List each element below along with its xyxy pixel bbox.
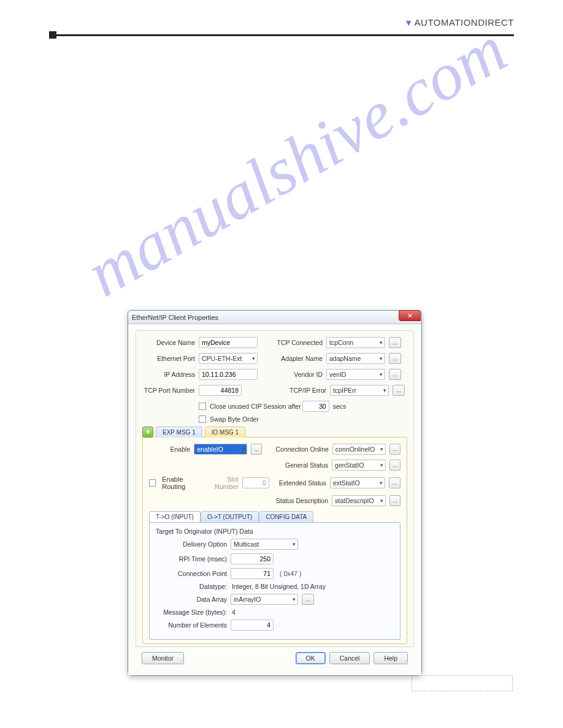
conn-online-combo[interactable]: connOnlineIO xyxy=(332,444,386,455)
close-session-label: Close unused CIP Session after xyxy=(210,403,301,410)
subtab-t-to-o-input[interactable]: T->O (INPUT) xyxy=(149,511,201,522)
adapter-name-label: Adapter Name xyxy=(272,355,323,362)
cancel-button[interactable]: Cancel xyxy=(329,652,370,664)
number-of-elements-field[interactable] xyxy=(231,620,274,631)
slot-number-label: Slot Number xyxy=(207,476,239,490)
rpi-time-field[interactable] xyxy=(231,553,274,564)
brand-arrow-icon: ▼ xyxy=(404,18,413,28)
data-array-combo[interactable]: inArrayIO xyxy=(231,594,298,605)
enable-routing-label: Enable Routing xyxy=(162,476,203,490)
input-section-title: Target To Originator (INPUT) Data xyxy=(156,528,394,535)
dialog-title: EtherNet/IP Client Properties xyxy=(132,314,218,321)
swap-byte-order-label: Swap Byte Order xyxy=(210,415,259,423)
conn-online-label: Connection Online xyxy=(274,446,328,453)
tcp-error-browse-button[interactable]: ... xyxy=(393,385,405,396)
status-desc-browse-button[interactable]: ... xyxy=(389,495,400,506)
adapter-name-combo[interactable]: adapName xyxy=(326,353,385,364)
ethernet-port-label: Ethernet Port xyxy=(142,355,195,362)
status-desc-label: Status Description xyxy=(274,497,328,504)
connection-group: Device Name TCP Connected tcpConn ... Et… xyxy=(136,330,414,647)
close-icon: ✕ xyxy=(407,312,413,320)
device-name-label: Device Name xyxy=(142,339,195,346)
tcp-error-label: TCP/IP Error xyxy=(276,387,326,394)
tab-io-msg-1[interactable]: IO MSG 1 xyxy=(205,427,245,438)
ext-status-label: Extended Status xyxy=(273,479,326,487)
rpi-time-label: RPI Time (msec) xyxy=(156,555,227,563)
slot-number-field[interactable] xyxy=(242,477,269,488)
datatype-label: Datatype: xyxy=(156,583,227,590)
adapter-name-browse-button[interactable]: ... xyxy=(389,353,401,364)
data-array-label: Data Array xyxy=(156,596,227,603)
status-desc-combo[interactable]: statDescripIO xyxy=(332,495,386,506)
tcp-connected-browse-button[interactable]: ... xyxy=(389,337,401,348)
watermark: manualshive.com xyxy=(74,10,520,313)
ip-address-field[interactable] xyxy=(199,369,258,380)
enable-browse-button[interactable]: ... xyxy=(251,444,262,455)
enable-label: Enable xyxy=(149,446,190,453)
help-button[interactable]: Help xyxy=(373,652,408,664)
monitor-button[interactable]: Monitor xyxy=(142,652,184,664)
ok-button[interactable]: OK xyxy=(296,652,326,664)
ext-status-combo[interactable]: extStatIO xyxy=(330,477,385,488)
data-array-browse-button[interactable]: ... xyxy=(302,594,314,605)
subtab-config-data[interactable]: CONFIG DATA xyxy=(259,511,313,522)
dialog-button-row: Monitor OK Cancel Help xyxy=(136,647,414,669)
tab-exp-msg-1[interactable]: EXP MSG 1 xyxy=(156,427,202,438)
vendor-id-label: Vendor ID xyxy=(272,371,323,378)
dialog-body: Device Name TCP Connected tcpConn ... Et… xyxy=(128,324,421,675)
close-button[interactable]: ✕ xyxy=(399,310,421,321)
brand-header: ▼ AUTOMATIONDIRECT xyxy=(404,17,514,28)
ext-status-browse-button[interactable]: ... xyxy=(389,477,400,488)
close-session-seconds-field[interactable] xyxy=(302,401,329,412)
delivery-option-combo[interactable]: Multicast xyxy=(231,539,298,550)
gen-status-label: General Status xyxy=(274,461,328,469)
delivery-option-label: Delivery Option xyxy=(156,540,227,548)
gen-status-browse-button[interactable]: ... xyxy=(389,460,400,471)
tcp-connected-label: TCP Connected xyxy=(272,339,323,346)
message-size-value: 4 xyxy=(232,609,236,616)
conn-online-browse-button[interactable]: ... xyxy=(389,444,400,455)
io-msg-panel: Enable enableIO ... Connection Online co… xyxy=(142,437,407,644)
tcp-port-label: TCP Port Number xyxy=(142,387,195,394)
tcp-port-field[interactable] xyxy=(199,385,242,396)
enable-routing-checkbox[interactable] xyxy=(149,479,156,487)
secs-label: secs xyxy=(333,403,347,410)
close-session-checkbox[interactable] xyxy=(199,403,206,410)
connection-point-label: Connection Point xyxy=(156,570,227,577)
message-size-label: Message Size (bytes): xyxy=(156,609,227,616)
number-of-elements-label: Number of Elements xyxy=(156,621,227,629)
swap-byte-order-checkbox[interactable] xyxy=(199,415,206,423)
titlebar: EtherNet/IP Client Properties ✕ xyxy=(128,311,421,324)
brand-text: AUTOMATIONDIRECT xyxy=(415,17,514,28)
ip-address-label: IP Address xyxy=(142,371,195,378)
connection-point-hex: ( 0x47 ) xyxy=(280,570,302,577)
tcp-connected-combo[interactable]: tcpConn xyxy=(326,337,385,348)
gen-status-combo[interactable]: genStatIO xyxy=(332,460,386,471)
dashed-placeholder xyxy=(412,675,513,691)
connection-point-field[interactable] xyxy=(231,568,274,579)
subtab-o-to-t-output[interactable]: O->T (OUTPUT) xyxy=(201,511,259,522)
tcp-error-combo[interactable]: tcpIPErr xyxy=(330,385,389,396)
header-rule xyxy=(49,34,514,36)
vendor-id-browse-button[interactable]: ... xyxy=(389,369,401,380)
ethernet-port-combo[interactable]: CPU-ETH-Ext xyxy=(199,353,258,364)
enable-combo[interactable]: enableIO xyxy=(194,444,247,455)
vendor-id-combo[interactable]: venID xyxy=(326,369,385,380)
datatype-value: Integer, 8 Bit Unsigned, 1D Array xyxy=(232,583,326,590)
plus-icon: + xyxy=(145,428,150,436)
add-message-button[interactable]: + xyxy=(142,427,153,438)
ethernetip-dialog: EtherNet/IP Client Properties ✕ Device N… xyxy=(128,310,422,676)
input-data-panel: Target To Originator (INPUT) Data Delive… xyxy=(149,522,400,640)
device-name-field[interactable] xyxy=(199,337,258,348)
